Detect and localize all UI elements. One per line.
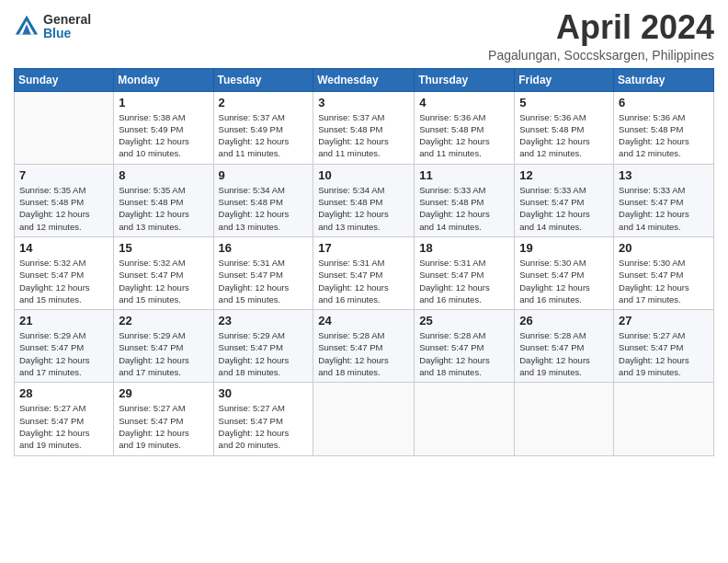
calendar-week-row: 7Sunrise: 5:35 AM Sunset: 5:48 PM Daylig…	[15, 164, 714, 236]
day-info: Sunrise: 5:27 AM Sunset: 5:47 PM Dayligh…	[619, 329, 709, 378]
table-row: 10Sunrise: 5:34 AM Sunset: 5:48 PM Dayli…	[313, 164, 415, 236]
col-saturday: Saturday	[614, 68, 714, 91]
table-row: 7Sunrise: 5:35 AM Sunset: 5:48 PM Daylig…	[15, 164, 114, 236]
table-row: 20Sunrise: 5:30 AM Sunset: 5:47 PM Dayli…	[614, 236, 714, 309]
table-row: 6Sunrise: 5:36 AM Sunset: 5:48 PM Daylig…	[614, 91, 714, 164]
day-number: 20	[619, 241, 709, 255]
table-row: 17Sunrise: 5:31 AM Sunset: 5:47 PM Dayli…	[313, 236, 415, 309]
table-row	[614, 383, 714, 455]
day-info: Sunrise: 5:36 AM Sunset: 5:48 PM Dayligh…	[619, 111, 709, 160]
col-thursday: Thursday	[415, 68, 515, 91]
day-number: 13	[619, 168, 709, 182]
table-row: 16Sunrise: 5:31 AM Sunset: 5:47 PM Dayli…	[213, 236, 313, 309]
table-row: 23Sunrise: 5:29 AM Sunset: 5:47 PM Dayli…	[213, 310, 313, 383]
day-number: 5	[519, 96, 609, 109]
day-number: 23	[219, 314, 309, 327]
table-row: 9Sunrise: 5:34 AM Sunset: 5:48 PM Daylig…	[213, 164, 313, 236]
table-row: 2Sunrise: 5:37 AM Sunset: 5:49 PM Daylig…	[213, 91, 313, 164]
day-number: 18	[419, 241, 509, 255]
calendar-title: April 2024	[488, 9, 714, 46]
table-row	[515, 383, 614, 455]
day-info: Sunrise: 5:32 AM Sunset: 5:47 PM Dayligh…	[119, 257, 208, 305]
table-row	[313, 383, 415, 455]
day-number: 1	[119, 96, 208, 109]
table-row: 30Sunrise: 5:27 AM Sunset: 5:47 PM Dayli…	[213, 383, 313, 455]
logo-general-text: General	[43, 13, 91, 27]
calendar-table: Sunday Monday Tuesday Wednesday Thursday…	[14, 68, 714, 456]
table-row: 4Sunrise: 5:36 AM Sunset: 5:48 PM Daylig…	[415, 91, 515, 164]
day-number: 29	[119, 386, 208, 400]
page-header: General Blue April 2024 Pagalungan, Socc…	[14, 9, 714, 63]
day-info: Sunrise: 5:37 AM Sunset: 5:49 PM Dayligh…	[219, 111, 309, 160]
day-info: Sunrise: 5:28 AM Sunset: 5:47 PM Dayligh…	[519, 329, 609, 378]
table-row: 18Sunrise: 5:31 AM Sunset: 5:47 PM Dayli…	[415, 236, 515, 309]
day-number: 7	[19, 168, 108, 182]
table-row: 21Sunrise: 5:29 AM Sunset: 5:47 PM Dayli…	[15, 310, 114, 383]
logo-icon	[14, 14, 40, 40]
table-row: 12Sunrise: 5:33 AM Sunset: 5:47 PM Dayli…	[515, 164, 614, 236]
day-number: 9	[219, 168, 309, 182]
calendar-subtitle: Pagalungan, Soccsksargen, Philippines	[488, 48, 714, 63]
logo: General Blue	[14, 13, 91, 41]
day-number: 11	[419, 168, 509, 182]
table-row: 8Sunrise: 5:35 AM Sunset: 5:48 PM Daylig…	[114, 164, 213, 236]
day-number: 27	[619, 314, 709, 327]
day-info: Sunrise: 5:36 AM Sunset: 5:48 PM Dayligh…	[519, 111, 609, 160]
calendar-week-row: 28Sunrise: 5:27 AM Sunset: 5:47 PM Dayli…	[15, 383, 714, 455]
day-info: Sunrise: 5:34 AM Sunset: 5:48 PM Dayligh…	[219, 184, 309, 233]
day-info: Sunrise: 5:33 AM Sunset: 5:47 PM Dayligh…	[619, 184, 709, 233]
title-block: April 2024 Pagalungan, Soccsksargen, Phi…	[488, 9, 714, 63]
day-info: Sunrise: 5:35 AM Sunset: 5:48 PM Dayligh…	[119, 184, 208, 233]
table-row	[415, 383, 515, 455]
table-row: 24Sunrise: 5:28 AM Sunset: 5:47 PM Dayli…	[313, 310, 415, 383]
day-info: Sunrise: 5:28 AM Sunset: 5:47 PM Dayligh…	[419, 329, 509, 378]
day-number: 10	[318, 168, 409, 182]
table-row: 5Sunrise: 5:36 AM Sunset: 5:48 PM Daylig…	[515, 91, 614, 164]
day-number: 12	[519, 168, 609, 182]
table-row: 22Sunrise: 5:29 AM Sunset: 5:47 PM Dayli…	[114, 310, 213, 383]
calendar-week-row: 21Sunrise: 5:29 AM Sunset: 5:47 PM Dayli…	[15, 310, 714, 383]
calendar-header-row: Sunday Monday Tuesday Wednesday Thursday…	[15, 68, 714, 91]
day-info: Sunrise: 5:32 AM Sunset: 5:47 PM Dayligh…	[19, 257, 108, 305]
day-info: Sunrise: 5:36 AM Sunset: 5:48 PM Dayligh…	[419, 111, 509, 160]
day-info: Sunrise: 5:30 AM Sunset: 5:47 PM Dayligh…	[619, 257, 709, 305]
day-info: Sunrise: 5:27 AM Sunset: 5:47 PM Dayligh…	[219, 402, 309, 451]
day-info: Sunrise: 5:29 AM Sunset: 5:47 PM Dayligh…	[119, 329, 208, 378]
day-number: 24	[318, 314, 409, 327]
table-row: 28Sunrise: 5:27 AM Sunset: 5:47 PM Dayli…	[15, 383, 114, 455]
col-sunday: Sunday	[15, 68, 114, 91]
calendar-week-row: 1Sunrise: 5:38 AM Sunset: 5:49 PM Daylig…	[15, 91, 714, 164]
day-info: Sunrise: 5:31 AM Sunset: 5:47 PM Dayligh…	[318, 257, 409, 305]
col-friday: Friday	[515, 68, 614, 91]
day-number: 4	[419, 96, 509, 109]
table-row: 27Sunrise: 5:27 AM Sunset: 5:47 PM Dayli…	[614, 310, 714, 383]
day-number: 8	[119, 168, 208, 182]
day-info: Sunrise: 5:31 AM Sunset: 5:47 PM Dayligh…	[219, 257, 309, 305]
table-row: 13Sunrise: 5:33 AM Sunset: 5:47 PM Dayli…	[614, 164, 714, 236]
table-row: 26Sunrise: 5:28 AM Sunset: 5:47 PM Dayli…	[515, 310, 614, 383]
table-row: 11Sunrise: 5:33 AM Sunset: 5:48 PM Dayli…	[415, 164, 515, 236]
day-number: 16	[219, 241, 309, 255]
day-info: Sunrise: 5:35 AM Sunset: 5:48 PM Dayligh…	[19, 184, 108, 233]
day-number: 2	[219, 96, 309, 109]
table-row: 3Sunrise: 5:37 AM Sunset: 5:48 PM Daylig…	[313, 91, 415, 164]
day-info: Sunrise: 5:28 AM Sunset: 5:47 PM Dayligh…	[318, 329, 409, 378]
table-row: 19Sunrise: 5:30 AM Sunset: 5:47 PM Dayli…	[515, 236, 614, 309]
day-info: Sunrise: 5:33 AM Sunset: 5:48 PM Dayligh…	[419, 184, 509, 233]
day-number: 14	[19, 241, 108, 255]
table-row: 1Sunrise: 5:38 AM Sunset: 5:49 PM Daylig…	[114, 91, 213, 164]
table-row	[15, 91, 114, 164]
col-monday: Monday	[114, 68, 213, 91]
day-number: 15	[119, 241, 208, 255]
day-info: Sunrise: 5:34 AM Sunset: 5:48 PM Dayligh…	[318, 184, 409, 233]
day-info: Sunrise: 5:37 AM Sunset: 5:48 PM Dayligh…	[318, 111, 409, 160]
day-number: 3	[318, 96, 409, 109]
day-info: Sunrise: 5:33 AM Sunset: 5:47 PM Dayligh…	[519, 184, 609, 233]
day-number: 28	[19, 386, 108, 400]
day-info: Sunrise: 5:31 AM Sunset: 5:47 PM Dayligh…	[419, 257, 509, 305]
day-info: Sunrise: 5:27 AM Sunset: 5:47 PM Dayligh…	[19, 402, 108, 451]
day-number: 17	[318, 241, 409, 255]
day-number: 30	[219, 386, 309, 400]
day-number: 22	[119, 314, 208, 327]
day-number: 26	[519, 314, 609, 327]
